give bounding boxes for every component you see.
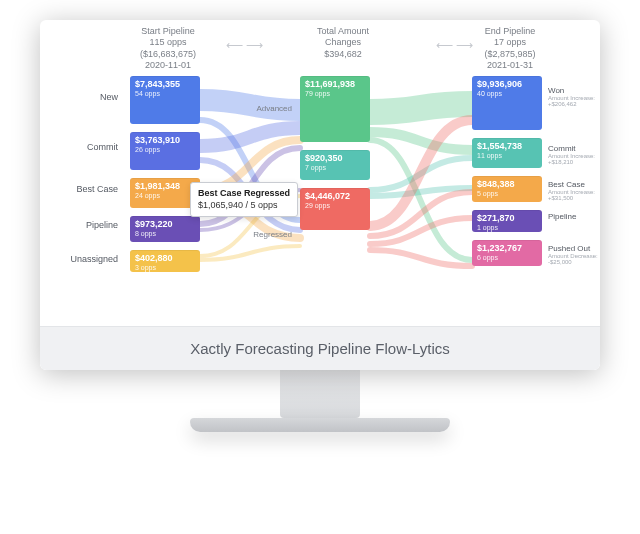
node-amount: $973,220 xyxy=(135,220,195,230)
node-sub: 79 opps xyxy=(305,90,365,98)
node-sub: 7 opps xyxy=(305,164,365,172)
node-amount: $4,446,072 xyxy=(305,192,365,202)
right-label: Best CaseAmount Increase: +$31,500 xyxy=(548,180,600,201)
right-label-sub: Amount Increase: +$31,500 xyxy=(548,189,600,201)
tooltip-title: Best Case Regressed xyxy=(198,188,290,200)
node-amount: $402,880 xyxy=(135,254,195,264)
flow-node[interactable]: $7,843,35554 opps xyxy=(130,76,200,124)
node-sub: 8 opps xyxy=(135,230,195,238)
right-label: Pushed OutAmount Decrease: -$25,000 xyxy=(548,244,600,265)
right-label-title: Pipeline xyxy=(548,212,576,221)
flow-node[interactable]: $11,691,93879 opps xyxy=(300,76,370,142)
row-label: New xyxy=(58,92,118,102)
flow-node[interactable]: $1,554,73811 opps xyxy=(472,138,542,168)
start-nodes: $7,843,35554 opps$3,763,91026 opps$1,981… xyxy=(130,76,200,280)
monitor-stand-base xyxy=(190,418,450,432)
right-label-title: Pushed Out xyxy=(548,244,590,253)
mid-nodes: $11,691,93879 opps$920,3507 opps$4,446,0… xyxy=(300,76,370,238)
sankey-chart: ⟵ ⟶ ⟵ ⟶ Start Pipeline 115 opps ($16,683… xyxy=(40,20,600,326)
right-label-title: Best Case xyxy=(548,180,585,189)
mid-label: Advanced xyxy=(240,104,292,113)
row-label: Best Case xyxy=(58,184,118,194)
node-amount: $9,936,906 xyxy=(477,80,537,90)
right-label-sub: Amount Increase: +$206,462 xyxy=(548,95,600,107)
node-amount: $7,843,355 xyxy=(135,80,195,90)
end-nodes: $9,936,90640 opps$1,554,73811 opps$848,3… xyxy=(472,76,542,274)
node-sub: 6 opps xyxy=(477,254,537,262)
right-label-title: Commit xyxy=(548,144,576,153)
node-sub: 29 opps xyxy=(305,202,365,210)
flow-node[interactable]: $4,446,07229 opps xyxy=(300,188,370,230)
flow-node[interactable]: $920,3507 opps xyxy=(300,150,370,180)
right-label-sub: Amount Decrease: -$25,000 xyxy=(548,253,600,265)
row-label: Commit xyxy=(58,142,118,152)
node-sub: 54 opps xyxy=(135,90,195,98)
monitor-frame: ⟵ ⟶ ⟵ ⟶ Start Pipeline 115 opps ($16,683… xyxy=(40,20,600,432)
hover-tooltip: Best Case Regressed $1,065,940 / 5 opps xyxy=(190,182,298,217)
flow-node[interactable]: $848,3885 opps xyxy=(472,176,542,202)
node-amount: $1,232,767 xyxy=(477,244,537,254)
node-amount: $1,981,348 xyxy=(135,182,195,192)
row-label: Unassigned xyxy=(58,254,118,264)
caption-text: Xactly Forecasting Pipeline Flow-Lytics xyxy=(190,340,450,357)
node-amount: $271,870 xyxy=(477,214,537,224)
monitor-stand-neck xyxy=(280,370,360,418)
node-sub: 26 opps xyxy=(135,146,195,154)
screen: ⟵ ⟶ ⟵ ⟶ Start Pipeline 115 opps ($16,683… xyxy=(40,20,600,370)
row-label: Pipeline xyxy=(58,220,118,230)
node-amount: $11,691,938 xyxy=(305,80,365,90)
caption-bar: Xactly Forecasting Pipeline Flow-Lytics xyxy=(40,326,600,370)
node-amount: $3,763,910 xyxy=(135,136,195,146)
right-label-sub: Amount Increase: +$18,210 xyxy=(548,153,600,165)
node-sub: 40 opps xyxy=(477,90,537,98)
node-sub: 3 opps xyxy=(135,264,195,272)
mid-label: Regressed xyxy=(240,230,292,239)
flow-node[interactable]: $271,8701 opps xyxy=(472,210,542,232)
flow-node[interactable]: $973,2208 opps xyxy=(130,216,200,242)
node-amount: $848,388 xyxy=(477,180,537,190)
right-label: WonAmount Increase: +$206,462 xyxy=(548,86,600,107)
right-label: CommitAmount Increase: +$18,210 xyxy=(548,144,600,165)
node-amount: $1,554,738 xyxy=(477,142,537,152)
flow-node[interactable]: $402,8803 opps xyxy=(130,250,200,272)
node-sub: 1 opps xyxy=(477,224,537,232)
flow-node[interactable]: $3,763,91026 opps xyxy=(130,132,200,170)
node-sub: 5 opps xyxy=(477,190,537,198)
right-label: Pipeline xyxy=(548,212,600,221)
node-amount: $920,350 xyxy=(305,154,365,164)
right-label-title: Won xyxy=(548,86,564,95)
flow-node[interactable]: $1,232,7676 opps xyxy=(472,240,542,266)
tooltip-value: $1,065,940 / 5 opps xyxy=(198,200,278,210)
node-sub: 11 opps xyxy=(477,152,537,160)
node-sub: 24 opps xyxy=(135,192,195,200)
flow-node[interactable]: $9,936,90640 opps xyxy=(472,76,542,130)
